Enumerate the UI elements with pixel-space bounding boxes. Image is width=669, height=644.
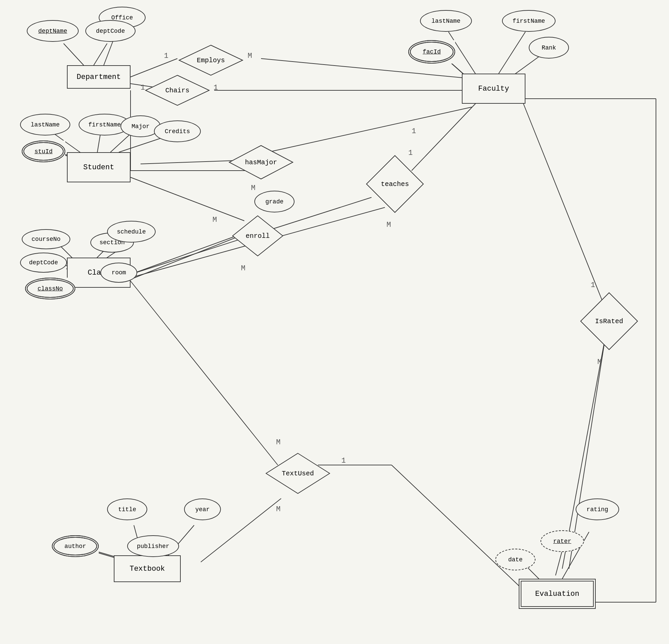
attr-lastname-fac: lastName	[420, 10, 472, 32]
card-employs-1: 1	[164, 52, 168, 60]
svg-line-39	[556, 550, 562, 575]
attr-credits: Credits	[154, 120, 201, 142]
rel-teaches: teaches	[365, 154, 425, 214]
svg-line-30	[130, 281, 278, 465]
rel-employs: Employs	[177, 43, 244, 77]
rel-textused: TextUsed	[265, 452, 331, 495]
card-textused-m1: M	[276, 438, 281, 447]
svg-line-20	[141, 161, 234, 164]
rel-enroll: enroll	[231, 214, 284, 258]
svg-line-21	[130, 177, 244, 221]
svg-line-15	[97, 134, 100, 154]
attr-stuid: stuId	[22, 141, 65, 162]
svg-line-1	[63, 43, 84, 65]
rel-hasmajor: hasMajor	[228, 144, 295, 181]
attr-rating: rating	[575, 499, 619, 520]
svg-line-2	[94, 43, 107, 65]
attr-schedule: schedule	[107, 221, 156, 243]
attr-publisher: publisher	[127, 535, 179, 557]
attr-year: year	[184, 499, 221, 520]
attr-deptcode-dept: deptCode	[85, 20, 136, 42]
attr-room: room	[100, 263, 137, 283]
svg-line-19	[119, 137, 164, 152]
card-chairs-1a: 1	[141, 84, 145, 92]
card-textused-m2: M	[276, 505, 281, 514]
entity-department: Department	[67, 65, 130, 89]
attr-rater: rater	[540, 530, 584, 552]
card-enroll-m2: M	[241, 264, 245, 273]
card-teaches-1: 1	[408, 149, 413, 157]
attr-deptcode-class: deptCode	[20, 253, 67, 273]
attr-classno: classNo	[25, 278, 75, 299]
rel-chairs: Chairs	[144, 74, 211, 107]
card-israted-m: M	[597, 358, 602, 366]
attr-title: title	[107, 499, 147, 520]
attr-courseno: courseNo	[22, 229, 70, 249]
attr-date: date	[495, 549, 536, 570]
svg-line-18	[111, 134, 130, 152]
entity-evaluation: Evaluation	[519, 579, 596, 609]
card-enroll-m1: M	[213, 216, 217, 224]
entity-faculty: Faculty	[462, 74, 525, 104]
card-hasmajor-m: M	[251, 184, 255, 192]
svg-line-42	[268, 107, 472, 152]
attr-author: author	[52, 535, 99, 557]
attr-grade: grade	[254, 191, 295, 212]
attr-rank: Rank	[529, 37, 569, 59]
card-chairs-1b: 1	[214, 84, 218, 92]
svg-line-6	[499, 32, 525, 74]
er-diagram: Department Office deptName deptCode Empl…	[0, 0, 669, 644]
attr-firstname-fac: firstName	[502, 10, 556, 32]
rel-israted: IsRated	[579, 291, 639, 351]
attr-deptname: deptName	[27, 20, 79, 42]
attr-lastname-stu: lastName	[20, 114, 70, 135]
svg-line-29	[130, 234, 241, 274]
card-hasmajor-1: 1	[412, 127, 416, 135]
entity-textbook: Textbook	[114, 555, 181, 582]
svg-line-45	[130, 234, 244, 280]
svg-line-13	[522, 100, 602, 301]
attr-facid: facId	[408, 40, 455, 63]
card-israted-1: 1	[591, 281, 595, 289]
svg-line-49	[392, 465, 522, 589]
card-textused-1: 1	[341, 457, 346, 465]
entity-student: Student	[67, 152, 130, 182]
card-employs-m: M	[248, 52, 252, 60]
card-teaches-m: M	[386, 221, 391, 229]
